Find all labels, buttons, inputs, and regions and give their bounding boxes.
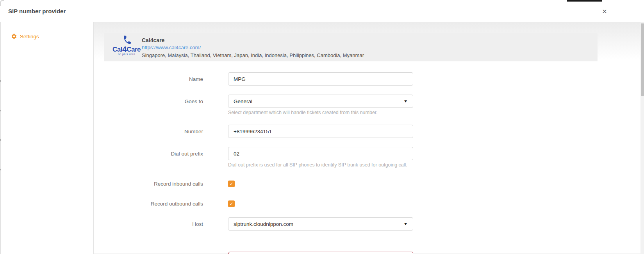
logo-tagline: ne plus ultra bbox=[109, 53, 144, 55]
dial-out-prefix-label: Dial out prefix bbox=[117, 147, 203, 160]
edge-tick bbox=[0, 110, 1, 111]
logo-wordmark: Cal4Care bbox=[109, 45, 144, 54]
gear-icon bbox=[11, 33, 17, 39]
record-outbound-checkbox[interactable]: ✓ bbox=[228, 200, 235, 207]
name-input[interactable] bbox=[228, 72, 413, 86]
sidebar-item-label: Settings bbox=[20, 34, 39, 39]
modal-corner-edge bbox=[0, 0, 4, 6]
left-edge-line bbox=[0, 22, 1, 254]
error-field-clipped[interactable] bbox=[228, 252, 413, 254]
number-label: Number bbox=[117, 125, 203, 138]
goes-to-hint: Select department which will handle tick… bbox=[228, 110, 378, 115]
modal-header: SIP number provider ✕ bbox=[0, 0, 644, 22]
modal-title: SIP number provider bbox=[8, 8, 66, 14]
goes-to-label: Goes to bbox=[117, 95, 203, 108]
scrollbar[interactable] bbox=[640, 22, 644, 254]
host-label: Host bbox=[117, 217, 203, 231]
record-inbound-label: Record inbound calls bbox=[117, 177, 203, 190]
name-label: Name bbox=[117, 72, 203, 86]
host-value: siptrunk.cloudnippon.com bbox=[234, 221, 293, 227]
sidebar-item-settings[interactable]: Settings bbox=[0, 29, 94, 43]
number-input[interactable] bbox=[228, 125, 413, 138]
scrollbar-thumb[interactable] bbox=[641, 23, 644, 96]
chevron-down-icon: ▼ bbox=[403, 99, 408, 103]
dial-out-prefix-input[interactable] bbox=[228, 147, 413, 160]
provider-name: Cal4care bbox=[142, 37, 164, 43]
check-icon: ✓ bbox=[229, 201, 233, 207]
goes-to-select[interactable]: General ▼ bbox=[228, 95, 413, 108]
goes-to-value: General bbox=[234, 98, 252, 104]
cal4care-logo: Cal4Care ne plus ultra bbox=[109, 36, 144, 59]
host-select[interactable]: siptrunk.cloudnippon.com ▼ bbox=[228, 217, 413, 231]
provider-url-link[interactable]: https://www.cal4care.com/ bbox=[142, 45, 201, 50]
edge-tick bbox=[0, 80, 1, 82]
provider-countries: Singapore, Malaysia, Thailand, Vietnam, … bbox=[142, 52, 364, 58]
record-outbound-label: Record outbound calls bbox=[117, 197, 203, 210]
sidebar: Settings bbox=[0, 22, 94, 254]
edge-tick bbox=[0, 169, 1, 170]
dial-out-prefix-hint: Dial out prefix is used for all SIP phon… bbox=[228, 162, 407, 168]
edge-tick bbox=[0, 139, 1, 141]
close-icon: ✕ bbox=[602, 8, 607, 15]
provider-info-card: Cal4Care ne plus ultra Cal4care https://… bbox=[104, 33, 598, 61]
close-button[interactable]: ✕ bbox=[600, 7, 609, 16]
check-icon: ✓ bbox=[229, 181, 233, 187]
background-artifact-strip bbox=[567, 0, 602, 2]
record-inbound-checkbox[interactable]: ✓ bbox=[228, 181, 235, 187]
chevron-down-icon: ▼ bbox=[403, 222, 408, 226]
phone-handset-icon bbox=[121, 34, 133, 45]
